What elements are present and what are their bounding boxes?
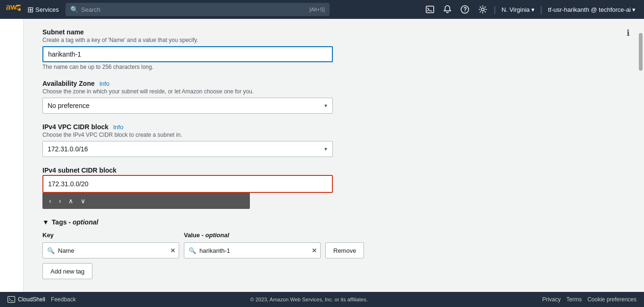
ipv4-vpc-cidr-description: Choose the IPv4 VPC CIDR block to create… (42, 132, 626, 138)
region-selector[interactable]: N. Virginia ▾ (499, 4, 537, 15)
tag-value-search-icon: 🔍 (189, 247, 196, 254)
ipv4-vpc-cidr-label: IPv4 VPC CIDR block Info (42, 123, 626, 131)
cidr-prev-btn[interactable]: ‹ (46, 196, 54, 206)
ipv4-vpc-cidr-select-wrapper: 172.31.0.0/16 ▾ (42, 141, 333, 157)
main-content: Subnet name Create a tag with a key of '… (24, 19, 637, 292)
tag-value-column-header: Value - optional (184, 232, 321, 241)
tag-row: 🔍 ✕ 🔍 ✕ Remove (42, 242, 626, 258)
tag-key-column-header: Key (42, 232, 179, 241)
availability-zone-select-wrapper: No preference ▾ (42, 98, 333, 114)
ipv4-subnet-cidr-label: IPv4 subnet CIDR block (42, 166, 626, 174)
services-menu[interactable]: ⊞ Services (25, 3, 62, 16)
cidr-next-btn[interactable]: › (56, 196, 64, 206)
add-new-tag-button[interactable]: Add new tag (42, 263, 92, 279)
cidr-down-btn[interactable]: ∨ (78, 196, 88, 206)
ipv4-vpc-cidr-info-link[interactable]: Info (113, 124, 124, 131)
cidr-up-btn[interactable]: ∧ (66, 196, 76, 206)
ipv4-subnet-cidr-input[interactable] (43, 176, 332, 192)
tag-key-input[interactable] (42, 242, 179, 258)
ipv4-vpc-cidr-section: IPv4 VPC CIDR block Info Choose the IPv4… (42, 123, 626, 157)
search-icon: 🔍 (70, 6, 78, 13)
user-label: tf-usr-harikanth @ techforce-ai (548, 6, 631, 13)
availability-zone-label: Availability Zone Info (42, 80, 626, 87)
grid-icon: ⊞ (27, 5, 33, 14)
scrollbar-area (637, 19, 644, 292)
tag-key-search-icon: 🔍 (47, 247, 55, 254)
help-icon-btn[interactable]: ? (457, 3, 473, 16)
tag-value-clear-icon[interactable]: ✕ (312, 247, 317, 254)
tags-header-label: Tags - optional (52, 218, 99, 226)
tag-column-headers: Key Value - optional (42, 232, 626, 241)
subnet-name-description: Create a tag with a key of 'Name' and a … (42, 37, 626, 43)
search-input[interactable] (81, 6, 306, 13)
char-limit-note: The name can be up to 256 characters lon… (42, 64, 626, 70)
availability-zone-select[interactable]: No preference (42, 98, 333, 114)
tag-value-input[interactable] (184, 242, 321, 258)
nav-divider: | (494, 5, 496, 15)
svg-point-3 (481, 8, 484, 11)
tags-toggle-icon: ▼ (42, 218, 49, 226)
tag-key-wrapper: 🔍 ✕ (42, 242, 179, 258)
info-circle-button[interactable]: ℹ (621, 26, 635, 40)
remove-tag-button[interactable]: Remove (325, 242, 364, 258)
tags-section: ▼ Tags - optional Key Value - optional 🔍… (42, 218, 626, 279)
user-menu[interactable]: tf-usr-harikanth @ techforce-ai ▾ (545, 4, 638, 15)
subnet-name-input[interactable] (42, 46, 333, 62)
settings-icon-btn[interactable] (475, 3, 491, 16)
tags-header[interactable]: ▼ Tags - optional (42, 218, 626, 226)
aws-logo[interactable] (6, 2, 21, 17)
search-bar[interactable]: 🔍 [Alt+S] (66, 3, 330, 16)
tag-key-clear-icon[interactable]: ✕ (170, 247, 175, 254)
nav-divider-2: | (540, 5, 543, 15)
tag-value-wrapper: 🔍 ✕ (184, 242, 321, 258)
user-chevron-icon: ▾ (632, 6, 636, 13)
subnet-name-section: Subnet name Create a tag with a key of '… (42, 28, 626, 70)
cidr-input-wrapper (42, 175, 333, 193)
region-chevron-icon: ▾ (531, 6, 535, 13)
svg-text:?: ? (463, 6, 467, 13)
bell-icon-btn[interactable] (440, 3, 455, 16)
left-sidebar (0, 19, 24, 292)
cidr-controls: ‹ › ∧ ∨ (42, 193, 250, 209)
terminal-icon-btn[interactable] (422, 4, 438, 15)
nav-icons: ? | N. Virginia ▾ | tf-usr-harikanth @ t… (422, 3, 638, 16)
page-wrapper: Subnet name Create a tag with a key of '… (0, 19, 644, 292)
availability-zone-section: Availability Zone Info Choose the zone i… (42, 80, 626, 114)
subnet-name-label: Subnet name (42, 28, 626, 36)
availability-zone-info-link[interactable]: Info (99, 80, 110, 87)
search-shortcut: [Alt+S] (309, 7, 325, 12)
region-label: N. Virginia (502, 6, 530, 13)
services-label: Services (35, 6, 59, 13)
top-navigation: ⊞ Services 🔍 [Alt+S] ? | N. Virginia ▾ |… (0, 0, 644, 19)
ipv4-vpc-cidr-select[interactable]: 172.31.0.0/16 (42, 141, 333, 157)
ipv4-subnet-cidr-section: IPv4 subnet CIDR block ‹ › ∧ ∨ (42, 166, 626, 209)
svg-rect-0 (426, 6, 434, 13)
availability-zone-description: Choose the zone in which your subnet wil… (42, 88, 626, 95)
scrollbar-thumb[interactable] (639, 33, 643, 71)
